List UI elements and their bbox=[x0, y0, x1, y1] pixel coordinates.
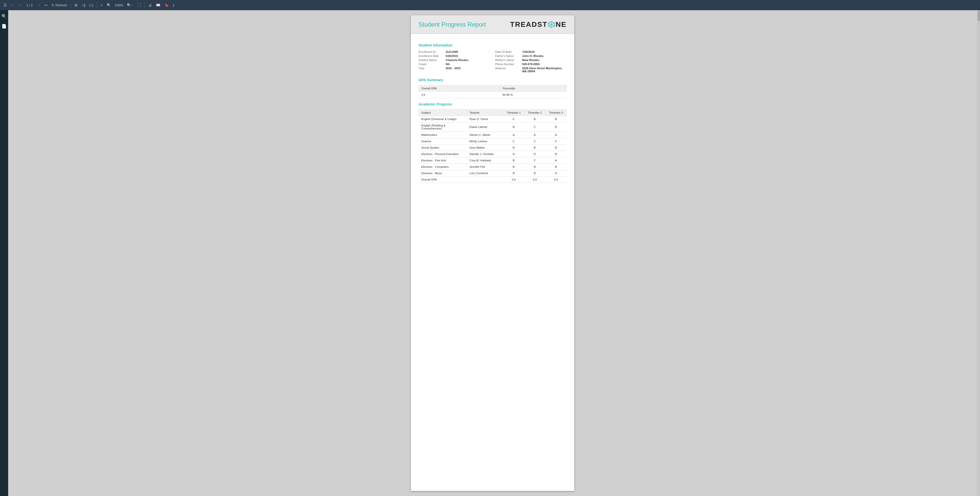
subject-cell: Social Studies bbox=[419, 145, 467, 151]
phone-label: Phone Number: bbox=[495, 62, 520, 65]
toolbar-separator-2 bbox=[97, 2, 97, 8]
zoom-in-icon: 🔍 bbox=[107, 3, 111, 7]
document: Student Progress Report TREADST NE Stude… bbox=[411, 15, 574, 491]
nav-end-button[interactable]: ↦ bbox=[43, 2, 49, 8]
menu-button[interactable]: ☰ bbox=[2, 2, 8, 8]
address-label: Address: bbox=[495, 67, 520, 73]
logo-text-part2: NE bbox=[555, 21, 566, 29]
teacher-cell: Gina Walker bbox=[467, 145, 503, 151]
sidebar-page-icon[interactable]: 📄 bbox=[0, 22, 8, 30]
nav-back-button[interactable]: ← bbox=[10, 2, 16, 8]
print-button[interactable]: 🖨 bbox=[147, 2, 153, 8]
col-trimester3: Trimester 3 bbox=[546, 110, 566, 116]
content-area[interactable]: Student Progress Report TREADST NE Stude… bbox=[8, 10, 977, 496]
document-header: Student Progress Report TREADST NE bbox=[411, 15, 574, 34]
t2-cell: B bbox=[524, 145, 546, 151]
logo-text-part1: TREADST bbox=[510, 21, 547, 29]
page-indicator: 1 / 2 bbox=[25, 3, 34, 7]
subject-cell: Overall GPA bbox=[419, 177, 467, 183]
gpa-col-percentile: Percentile bbox=[500, 85, 566, 92]
grade-label: Grade: bbox=[418, 62, 444, 65]
student-name-label: Student Name: bbox=[418, 59, 444, 62]
grade-row: Grade: 5th bbox=[418, 62, 490, 65]
print-icon: 🖨 bbox=[148, 3, 152, 7]
t1-cell: A bbox=[503, 151, 524, 157]
table-row: Electives - Computers Jennifer Pell B B … bbox=[419, 164, 566, 170]
nav-forward-button[interactable]: → bbox=[35, 2, 42, 8]
t3-cell: B bbox=[546, 151, 566, 157]
gpa-col-overall: Overall GPA bbox=[419, 85, 500, 92]
arrow-right-icon: → bbox=[37, 3, 40, 7]
t3-cell: A bbox=[546, 170, 566, 177]
t2-cell: C bbox=[524, 157, 546, 164]
left-sidebar: 🔍 📄 bbox=[0, 10, 8, 496]
t3-cell: 3.0 bbox=[546, 177, 566, 183]
subject-cell: Electives - Fine Arts bbox=[419, 157, 467, 164]
subject-cell: Engligh (Reading & Comprehension) bbox=[419, 122, 467, 132]
t2-cell: A bbox=[524, 132, 546, 138]
refresh-button[interactable]: ↻ Refresh bbox=[50, 2, 68, 8]
toolbar: ☰ ← ← 1 / 2 → ↦ ↻ Refresh ⊞ ◁| ▷| + 🔍 10… bbox=[0, 0, 980, 10]
year-row: Year: 2022 - 2023 bbox=[418, 67, 490, 70]
year-label: Year: bbox=[418, 67, 444, 70]
t2-cell: B bbox=[524, 164, 546, 170]
table-row: English (Grammar & Usage) Ryan G. Farrer… bbox=[419, 116, 566, 122]
percentile-value: 83.96 % bbox=[500, 92, 566, 98]
t1-cell: B bbox=[503, 157, 524, 164]
enrollment-id-value: 31211995 bbox=[445, 50, 458, 53]
add-button[interactable]: + bbox=[99, 2, 104, 8]
thumbnail-button[interactable]: ⊞ bbox=[73, 2, 79, 8]
t1-cell: 3.0 bbox=[503, 177, 524, 183]
t2-cell: B bbox=[524, 170, 546, 177]
enrollment-date-row: Enrollment Date: 5/26/2015 bbox=[418, 54, 490, 57]
dob-row: Date Of Birth: 7/26/2010 bbox=[495, 50, 566, 53]
refresh-icon: ↻ bbox=[52, 3, 54, 7]
teacher-cell: Ryan G. Farrer bbox=[467, 116, 503, 122]
fit-button[interactable]: ⛶ bbox=[136, 2, 142, 8]
subject-cell: Mathematics bbox=[419, 132, 467, 138]
student-name-row: Student Name: Chamela Rhodes bbox=[418, 59, 490, 62]
enrollment-date-value: 5/26/2015 bbox=[445, 54, 458, 57]
t1-cell: B bbox=[503, 145, 524, 151]
gpa-table: Overall GPA Percentile 3.0 83.96 % bbox=[418, 85, 566, 98]
add-icon: + bbox=[100, 3, 103, 7]
student-info-left: Enrollment ID : 31211995 Enrollment Date… bbox=[418, 50, 490, 74]
menu-icon: ☰ bbox=[3, 3, 7, 7]
student-name-value: Chamela Rhodes bbox=[445, 59, 468, 62]
zoom-level: 100% bbox=[114, 3, 124, 7]
zoom-out-button[interactable]: 🔍− bbox=[125, 2, 135, 8]
table-row: Electives - Fine Arts Cora M. Hubbard B … bbox=[419, 157, 566, 164]
nav-back2-button[interactable]: ← bbox=[17, 2, 24, 8]
gpa-row: 3.0 83.96 % bbox=[419, 92, 566, 98]
right-scrollbar[interactable] bbox=[977, 10, 980, 496]
columns-button[interactable]: ⫿ bbox=[171, 2, 176, 8]
mothers-name-row: Mother's Name: Maia Rhodes bbox=[495, 59, 566, 62]
zoom-in-button[interactable]: 🔍 bbox=[105, 2, 113, 8]
main-area: 🔍 📄 Student Progress Report TREADST NE bbox=[0, 10, 980, 496]
teacher-cell: Lory Comstock bbox=[467, 170, 503, 177]
sidebar-search-icon[interactable]: 🔍 bbox=[0, 12, 8, 20]
gpa-value: 3.0 bbox=[419, 92, 500, 98]
sidebar-right-icon: ▷| bbox=[89, 3, 93, 7]
col-trimester1: Trimester 1 bbox=[503, 110, 524, 116]
document-body: Student Information Enrollment ID : 3121… bbox=[411, 34, 574, 190]
sidebar-left-button[interactable]: ◁| bbox=[80, 2, 87, 8]
sidebar-right-button[interactable]: ▷| bbox=[88, 2, 95, 8]
bookmark-button[interactable]: 🔖 bbox=[163, 2, 170, 8]
enrollment-date-label: Enrollment Date: bbox=[418, 54, 444, 57]
refresh-label: Refresh bbox=[56, 3, 67, 7]
student-info-right: Date Of Birth: 7/26/2010 Father's Name: … bbox=[495, 50, 566, 74]
bookmark-icon: 🔖 bbox=[164, 3, 169, 7]
teacher-cell: Cora M. Hubbard bbox=[467, 157, 503, 164]
sidebar-left-icon: ◁| bbox=[82, 3, 86, 7]
arrow-left2-icon: ← bbox=[19, 3, 22, 7]
grade-value: 5th bbox=[445, 62, 450, 65]
t2-cell: B bbox=[524, 116, 546, 122]
dob-value: 7/26/2010 bbox=[522, 50, 535, 53]
open-book-button[interactable]: 📖 bbox=[154, 2, 162, 8]
subject-cell: Electives - Computers bbox=[419, 164, 467, 170]
fit-icon: ⛶ bbox=[137, 3, 141, 7]
t2-cell: C bbox=[524, 138, 546, 145]
company-logo: TREADST NE bbox=[510, 21, 566, 29]
fathers-name-value: John H. Rhodes bbox=[522, 54, 544, 57]
